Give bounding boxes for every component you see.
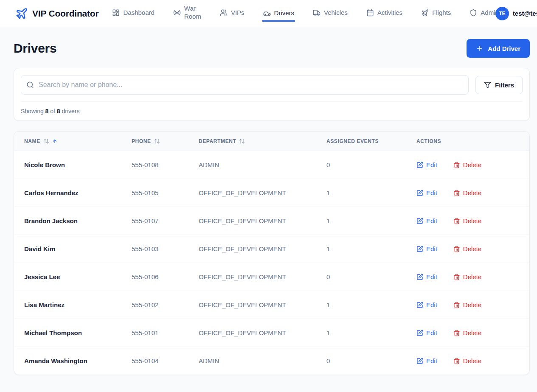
filters-button[interactable]: Filters <box>475 76 523 94</box>
edit-pencil-icon <box>416 358 423 364</box>
delete-button[interactable]: Delete <box>453 217 481 224</box>
row-actions: Edit Delete <box>416 357 523 364</box>
drivers-table: NAME PHONE <box>14 132 529 375</box>
delete-button[interactable]: Delete <box>453 245 481 252</box>
delete-button[interactable]: Delete <box>453 301 481 308</box>
delete-button[interactable]: Delete <box>453 329 481 336</box>
add-driver-button[interactable]: Add Driver <box>467 39 530 58</box>
row-actions: Edit Delete <box>416 161 523 168</box>
table-header-row: NAME PHONE <box>14 132 529 151</box>
driver-phone: 555-0108 <box>125 151 192 179</box>
edit-pencil-icon <box>416 246 423 252</box>
driver-name: Carlos Hernandez <box>14 179 125 207</box>
trash-icon <box>453 218 460 224</box>
edit-button[interactable]: Edit <box>416 329 437 336</box>
sort-arrows-icon <box>239 138 245 144</box>
column-header-name[interactable]: NAME <box>14 132 125 151</box>
delete-button[interactable]: Delete <box>453 161 481 168</box>
summary-text: of <box>50 108 55 115</box>
driver-name: Jessica Lee <box>14 263 125 291</box>
sort-arrows-icon <box>154 138 160 144</box>
edit-pencil-icon <box>416 162 423 168</box>
delete-button[interactable]: Delete <box>453 273 481 280</box>
trash-icon <box>453 274 460 280</box>
edit-button[interactable]: Edit <box>416 161 437 168</box>
nav-item-vehicles[interactable]: Vehicles <box>312 5 349 22</box>
nav-item-activities[interactable]: Activities <box>365 5 403 22</box>
user-menu[interactable]: TE test@test.com <box>495 7 537 20</box>
search-card: Filters Showing 8 of 8 drivers <box>14 68 530 121</box>
trash-icon <box>453 358 460 364</box>
delete-button[interactable]: Delete <box>453 189 481 196</box>
driver-assigned-events: 0 <box>320 263 410 291</box>
search-icon <box>26 81 34 89</box>
nav-item-drivers[interactable]: Drivers <box>262 5 295 22</box>
edit-button[interactable]: Edit <box>416 217 437 224</box>
sort-ascending-icon <box>52 139 57 144</box>
column-header-phone[interactable]: PHONE <box>125 132 192 151</box>
nav-label: Vehicles <box>324 9 348 17</box>
nav-label: Flights <box>432 9 451 17</box>
driver-phone: 555-0102 <box>125 291 192 319</box>
edit-button[interactable]: Edit <box>416 301 437 308</box>
trash-icon <box>453 246 460 252</box>
driver-name: Lisa Martinez <box>14 291 125 319</box>
driver-phone: 555-0104 <box>125 347 192 375</box>
driver-department: OFFICE_OF_DEVELOPMENT <box>192 179 320 207</box>
search-input[interactable] <box>21 75 469 95</box>
total-count: 8 <box>57 108 60 115</box>
column-header-department[interactable]: DEPARTMENT <box>192 132 320 151</box>
row-actions: Edit Delete <box>416 217 523 224</box>
users-icon <box>220 9 228 17</box>
row-actions: Edit Delete <box>416 273 523 280</box>
driver-name: Amanda Washington <box>14 347 125 375</box>
edit-button[interactable]: Edit <box>416 189 437 196</box>
row-actions: Edit Delete <box>416 329 523 336</box>
main-nav: Dashboard War Room VIPs Drivers Vehicles <box>111 0 499 26</box>
calendar-icon <box>366 9 374 17</box>
nav-item-dashboard[interactable]: Dashboard <box>111 5 155 22</box>
edit-pencil-icon <box>416 274 423 280</box>
table-row: Nicole Brown 555-0108 ADMIN 0 Edit <box>14 151 529 179</box>
nav-item-vips[interactable]: VIPs <box>219 5 245 22</box>
nav-label: VIPs <box>231 9 245 17</box>
edit-button[interactable]: Edit <box>416 245 437 252</box>
trash-icon <box>453 190 460 196</box>
nav-item-war-room[interactable]: War Room <box>172 0 202 26</box>
nav-label: Activities <box>377 9 402 17</box>
edit-pencil-icon <box>416 302 423 308</box>
nav-label: Drivers <box>274 9 295 17</box>
summary-text: Showing <box>21 108 44 115</box>
delete-button[interactable]: Delete <box>453 357 481 364</box>
nav-label: War Room <box>184 5 201 21</box>
table-row: David Kim 555-0103 OFFICE_OF_DEVELOPMENT… <box>14 235 529 263</box>
driver-department: OFFICE_OF_DEVELOPMENT <box>192 235 320 263</box>
driver-assigned-events: 1 <box>320 179 410 207</box>
car-icon <box>263 10 271 17</box>
plane-icon <box>421 9 429 17</box>
edit-pencil-icon <box>416 330 423 336</box>
driver-phone: 555-0101 <box>125 319 192 347</box>
page-header: Drivers Add Driver <box>14 39 530 58</box>
driver-department: OFFICE_OF_DEVELOPMENT <box>192 207 320 235</box>
edit-button[interactable]: Edit <box>416 357 437 364</box>
nav-item-flights[interactable]: Flights <box>420 5 452 22</box>
brand: VIP Coordinator <box>15 7 98 20</box>
row-actions: Edit Delete <box>416 245 523 252</box>
table-row: Jessica Lee 555-0106 OFFICE_OF_DEVELOPME… <box>14 263 529 291</box>
driver-phone: 555-0107 <box>125 207 192 235</box>
user-email: test@test.com <box>513 10 537 17</box>
edit-button[interactable]: Edit <box>416 273 437 280</box>
summary-text: drivers <box>62 108 80 115</box>
add-driver-label: Add Driver <box>488 45 520 52</box>
nav-label: Dashboard <box>123 9 154 17</box>
table-row: Lisa Martinez 555-0102 OFFICE_OF_DEVELOP… <box>14 291 529 319</box>
filters-label: Filters <box>495 81 514 89</box>
driver-department: ADMIN <box>192 151 320 179</box>
table-row: Michael Thompson 555-0101 OFFICE_OF_DEVE… <box>14 319 529 347</box>
row-actions: Edit Delete <box>416 301 523 308</box>
page-title: Drivers <box>14 41 56 56</box>
driver-department: OFFICE_OF_DEVELOPMENT <box>192 319 320 347</box>
driver-phone: 555-0103 <box>125 235 192 263</box>
edit-pencil-icon <box>416 190 423 196</box>
